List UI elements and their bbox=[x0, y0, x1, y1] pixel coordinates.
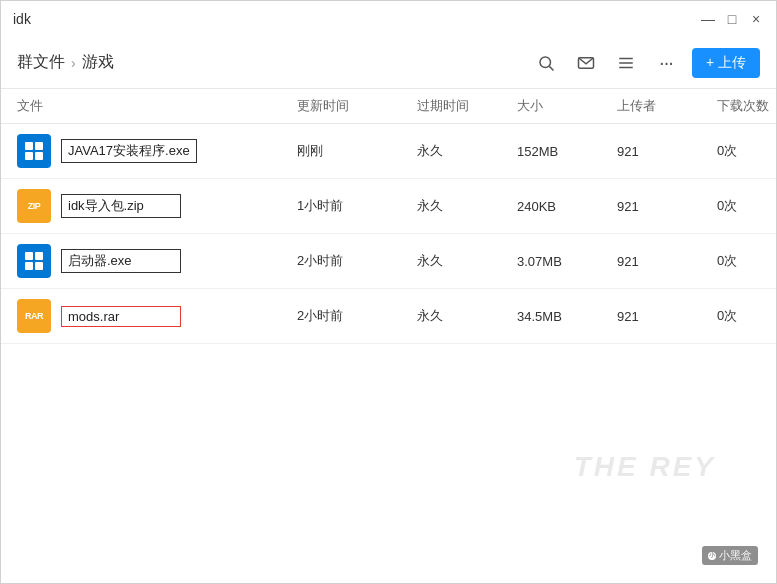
uploader: 921 bbox=[617, 199, 717, 214]
updated-time: 2小时前 bbox=[297, 252, 417, 270]
download-count: 0次 bbox=[717, 197, 776, 215]
uploader: 921 bbox=[617, 144, 717, 159]
table-row: ZIP idk导入包.zip 1小时前 永久 240KB 921 0次 bbox=[1, 179, 776, 234]
watermark-dot: 小 bbox=[708, 552, 716, 560]
svg-line-1 bbox=[549, 66, 553, 70]
file-size: 152MB bbox=[517, 144, 617, 159]
file-name: 启动器.exe bbox=[61, 249, 181, 273]
expires-time: 永久 bbox=[417, 142, 517, 160]
download-count: 0次 bbox=[717, 252, 776, 270]
file-icon-zip: RAR bbox=[17, 299, 51, 333]
rey-watermark: THE REY bbox=[574, 451, 716, 483]
watermark-text: 小黑盒 bbox=[719, 548, 752, 563]
upload-button[interactable]: + 上传 bbox=[692, 48, 760, 78]
close-button[interactable]: × bbox=[748, 11, 764, 27]
table-row: RAR mods.rar 2小时前 永久 34.5MB 921 0次 bbox=[1, 289, 776, 344]
expires-time: 永久 bbox=[417, 197, 517, 215]
file-name: JAVA17安装程序.exe bbox=[61, 139, 197, 163]
breadcrumb: 群文件 › 游戏 bbox=[17, 52, 114, 73]
toolbar-actions: ··· + 上传 bbox=[532, 48, 760, 78]
col-uploader: 上传者 bbox=[617, 97, 717, 115]
updated-time: 1小时前 bbox=[297, 197, 417, 215]
updated-time: 2小时前 bbox=[297, 307, 417, 325]
breadcrumb-separator: › bbox=[71, 55, 76, 71]
maximize-button[interactable]: □ bbox=[724, 11, 740, 27]
file-icon-zip: ZIP bbox=[17, 189, 51, 223]
file-cell: ZIP idk导入包.zip bbox=[17, 189, 297, 223]
uploader: 921 bbox=[617, 254, 717, 269]
file-cell: 启动器.exe bbox=[17, 244, 297, 278]
download-count: 0次 bbox=[717, 142, 776, 160]
main-window: idk — □ × 群文件 › 游戏 bbox=[0, 0, 777, 584]
file-name: idk导入包.zip bbox=[61, 194, 181, 218]
col-downloads: 下载次数 bbox=[717, 97, 777, 115]
breadcrumb-current: 游戏 bbox=[82, 52, 114, 73]
watermark: 小 小黑盒 bbox=[702, 546, 758, 565]
window-controls: — □ × bbox=[700, 11, 764, 27]
expires-time: 永久 bbox=[417, 252, 517, 270]
watermark-box: 小 小黑盒 bbox=[702, 546, 758, 565]
table-header: 文件 更新时间 过期时间 大小 上传者 下载次数 bbox=[1, 89, 776, 124]
table-row: JAVA17安装程序.exe 刚刚 永久 152MB 921 0次 bbox=[1, 124, 776, 179]
updated-time: 刚刚 bbox=[297, 142, 417, 160]
file-cell: JAVA17安装程序.exe bbox=[17, 134, 297, 168]
file-icon-windows bbox=[17, 244, 51, 278]
table-row: 启动器.exe 2小时前 永久 3.07MB 921 0次 bbox=[1, 234, 776, 289]
breadcrumb-parent[interactable]: 群文件 bbox=[17, 52, 65, 73]
file-icon-windows bbox=[17, 134, 51, 168]
download-count: 0次 bbox=[717, 307, 776, 325]
minimize-button[interactable]: — bbox=[700, 11, 716, 27]
window-title: idk bbox=[13, 11, 31, 27]
toolbar: 群文件 › 游戏 · bbox=[1, 37, 776, 89]
more-icon[interactable]: ··· bbox=[652, 49, 680, 77]
file-cell: RAR mods.rar bbox=[17, 299, 297, 333]
inbox-icon[interactable] bbox=[572, 49, 600, 77]
col-expires: 过期时间 bbox=[417, 97, 517, 115]
col-updated: 更新时间 bbox=[297, 97, 417, 115]
uploader: 921 bbox=[617, 309, 717, 324]
file-size: 240KB bbox=[517, 199, 617, 214]
col-size: 大小 bbox=[517, 97, 617, 115]
file-size: 34.5MB bbox=[517, 309, 617, 324]
file-size: 3.07MB bbox=[517, 254, 617, 269]
file-name: mods.rar bbox=[61, 306, 181, 327]
svg-point-0 bbox=[540, 57, 551, 68]
expires-time: 永久 bbox=[417, 307, 517, 325]
table-body: JAVA17安装程序.exe 刚刚 永久 152MB 921 0次 ZIP id… bbox=[1, 124, 776, 583]
col-file: 文件 bbox=[17, 97, 297, 115]
search-icon[interactable] bbox=[532, 49, 560, 77]
upload-label: + 上传 bbox=[706, 54, 746, 72]
title-bar: idk — □ × bbox=[1, 1, 776, 37]
list-view-icon[interactable] bbox=[612, 49, 640, 77]
